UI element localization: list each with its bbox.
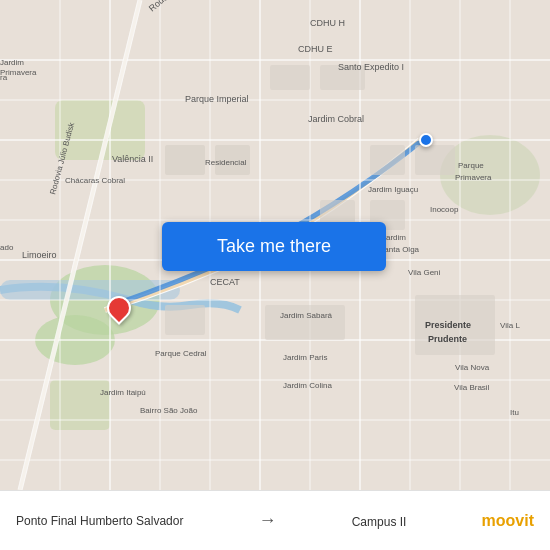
moovit-logo: moovit <box>482 512 534 530</box>
svg-text:Jardim Paris: Jardim Paris <box>283 353 327 362</box>
svg-text:Residencial: Residencial <box>205 158 247 167</box>
svg-text:Parque: Parque <box>458 161 484 170</box>
svg-text:Primavera: Primavera <box>455 173 492 182</box>
svg-text:CDHU H: CDHU H <box>310 18 345 28</box>
svg-text:CDHU E: CDHU E <box>298 44 333 54</box>
svg-rect-30 <box>270 65 310 90</box>
take-me-there-button[interactable]: Take me there <box>162 222 386 271</box>
origin-label-container: Ponto Final Humberto Salvador <box>16 514 183 528</box>
svg-text:Santo Expedito I: Santo Expedito I <box>338 62 404 72</box>
svg-text:Presidente: Presidente <box>425 320 471 330</box>
arrow-right-icon: → <box>259 510 277 531</box>
svg-text:Jardim Colina: Jardim Colina <box>283 381 332 390</box>
svg-text:Bairro São João: Bairro São João <box>140 406 198 415</box>
destination-label: Campus II <box>352 515 407 529</box>
svg-text:CECAT: CECAT <box>210 277 240 287</box>
svg-text:Vila Nova: Vila Nova <box>455 363 490 372</box>
svg-text:ado: ado <box>0 243 14 252</box>
svg-text:Chácaras Cobral: Chácaras Cobral <box>65 176 125 185</box>
origin-pin <box>107 296 131 320</box>
svg-text:Vila Geni: Vila Geni <box>408 268 441 277</box>
svg-text:Parque Imperial: Parque Imperial <box>185 94 249 104</box>
svg-text:Vila Brasil: Vila Brasil <box>454 383 490 392</box>
svg-rect-36 <box>165 305 205 335</box>
destination-pin <box>419 133 433 147</box>
svg-text:Jardim: Jardim <box>0 58 24 67</box>
svg-text:Inocoop: Inocoop <box>430 205 459 214</box>
bottom-bar: Ponto Final Humberto Salvador → Campus I… <box>0 490 550 550</box>
svg-text:Parque Cedral: Parque Cedral <box>155 349 207 358</box>
svg-text:Vila L: Vila L <box>500 321 520 330</box>
svg-text:Prudente: Prudente <box>428 334 467 344</box>
svg-rect-33 <box>415 145 455 175</box>
svg-text:Jardim Itaipú: Jardim Itaipú <box>100 388 146 397</box>
svg-text:Jardim Iguaçu: Jardim Iguaçu <box>368 185 418 194</box>
svg-text:Jardim Cobral: Jardim Cobral <box>308 114 364 124</box>
svg-text:Limoeiro: Limoeiro <box>22 250 57 260</box>
svg-text:Jardim Sabará: Jardim Sabará <box>280 311 333 320</box>
destination-label-container: Campus II <box>352 512 407 530</box>
moovit-text: moovit <box>482 512 534 530</box>
svg-text:Itu: Itu <box>510 408 519 417</box>
svg-text:Primavera: Primavera <box>0 68 37 77</box>
svg-text:Valência II: Valência II <box>112 154 153 164</box>
origin-label: Ponto Final Humberto Salvador <box>16 514 183 528</box>
svg-rect-28 <box>165 145 205 175</box>
svg-rect-32 <box>370 145 405 175</box>
arrow-container: → <box>259 510 277 531</box>
map-container: CDHU H CDHU E Santo Expedito I Parque Im… <box>0 0 550 490</box>
